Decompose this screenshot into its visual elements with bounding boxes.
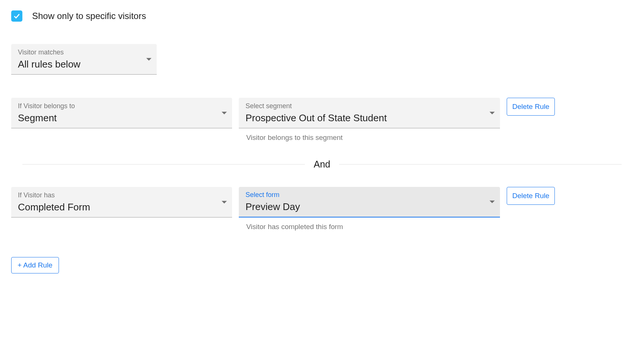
visitor-matches-select[interactable]: Visitor matches All rules below [11, 44, 157, 75]
separator-line [22, 164, 305, 165]
rule-condition-select-value: Segment [18, 112, 226, 124]
rule-value-select-value: Preview Day [246, 201, 494, 213]
show-specific-visitors-row: Show only to specific visitors [11, 10, 633, 22]
rule-condition-select-label: If Visitor has [18, 191, 226, 199]
add-rule-button-label: + Add Rule [18, 261, 53, 269]
rule-condition-select[interactable]: If Visitor has Completed Form [11, 187, 232, 217]
rule-value-select[interactable]: Select segment Prospective Out of State … [239, 98, 500, 128]
delete-rule-button[interactable]: Delete Rule [507, 98, 555, 116]
rule-condition-wrap: If Visitor has Completed Form [11, 187, 232, 217]
rule-condition-select-label: If Visitor belongs to [18, 102, 226, 110]
delete-rule-button-label: Delete Rule [512, 192, 549, 200]
rule-value-wrap: Select form Preview Day Visitor has comp… [239, 187, 500, 231]
chevron-down-icon [222, 201, 227, 203]
rule-value-select-label: Select segment [246, 102, 494, 110]
show-specific-visitors-label: Show only to specific visitors [32, 11, 146, 21]
visitor-matches-select-label: Visitor matches [18, 48, 151, 56]
rule-condition-select-value: Completed Form [18, 201, 226, 213]
show-specific-visitors-checkbox[interactable] [11, 10, 22, 22]
rule-condition-select[interactable]: If Visitor belongs to Segment [11, 98, 232, 128]
chevron-down-icon [146, 58, 151, 60]
rule-value-select-label: Select form [246, 191, 494, 199]
chevron-down-icon [222, 112, 227, 114]
visitor-matches-wrap: Visitor matches All rules below [11, 44, 157, 75]
delete-rule-button[interactable]: Delete Rule [507, 187, 555, 205]
separator-line [339, 164, 622, 165]
chevron-down-icon [490, 112, 495, 114]
check-icon [13, 12, 21, 20]
chevron-down-icon [490, 201, 495, 203]
rule-condition-wrap: If Visitor belongs to Segment [11, 98, 232, 128]
visibility-settings-form: Show only to specific visitors Visitor m… [0, 0, 644, 284]
rule-row: If Visitor has Completed Form Select for… [11, 187, 633, 231]
separator-label: And [314, 159, 330, 170]
rule-helper-text: Visitor belongs to this segment [246, 134, 500, 142]
rule-value-wrap: Select segment Prospective Out of State … [239, 98, 500, 142]
add-rule-button[interactable]: + Add Rule [11, 257, 59, 273]
visitor-matches-select-value: All rules below [18, 59, 151, 70]
rule-helper-text: Visitor has completed this form [246, 223, 500, 231]
delete-rule-button-label: Delete Rule [512, 103, 549, 110]
rule-separator: And [22, 159, 622, 170]
rule-value-select-value: Prospective Out of State Student [246, 112, 494, 124]
rule-value-select[interactable]: Select form Preview Day [239, 187, 500, 217]
rule-row: If Visitor belongs to Segment Select seg… [11, 98, 633, 142]
